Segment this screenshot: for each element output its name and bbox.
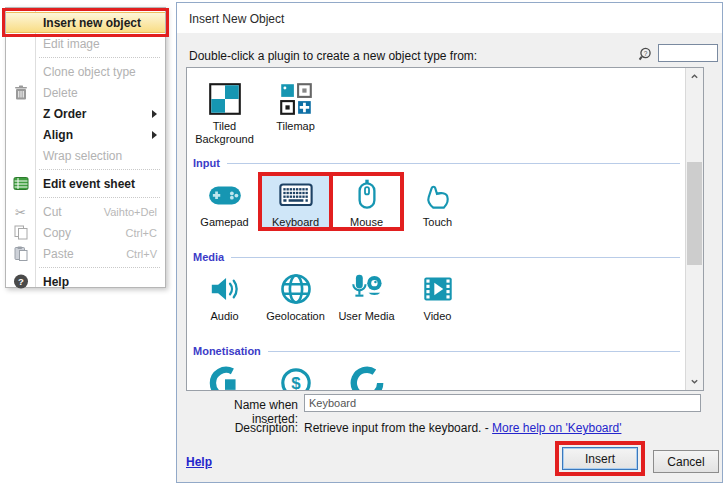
plugin-tile-label: User Media: [338, 310, 394, 323]
video-icon: [419, 270, 457, 308]
plugin-tile-tilemap[interactable]: Tilemap: [260, 78, 331, 133]
copy-icon: [12, 224, 29, 241]
geolocation-icon: [277, 270, 315, 308]
scroll-down-icon[interactable]: [686, 373, 702, 390]
menu-item-label: Copy: [43, 226, 71, 240]
help-link[interactable]: Help: [186, 455, 212, 469]
description-text: Retrieve input from the keyboard. -: [304, 421, 489, 435]
category-divider: [231, 257, 680, 258]
trash-icon: [12, 84, 29, 101]
plugin-tile-geolocation[interactable]: Geolocation: [260, 268, 331, 323]
description-line: Retrieve input from the keyboard. - More…: [304, 421, 621, 435]
plugin-tile-revmob[interactable]: [331, 362, 402, 390]
menu-item-paste: PasteCtrl+V: [6, 243, 165, 264]
list-scrollbar[interactable]: [685, 68, 703, 390]
search-input[interactable]: [658, 44, 718, 62]
plugin-tile-label: Video: [424, 310, 452, 323]
plugin-tile-label: Mouse: [350, 216, 383, 229]
category-label: Input: [193, 157, 220, 169]
category-header-input: Input: [193, 156, 680, 170]
cut-icon: ✂: [12, 203, 29, 220]
event-sheet-icon: [12, 175, 29, 192]
submenu-arrow-icon: [152, 110, 157, 118]
menu-item-label: Help: [43, 275, 69, 289]
cancel-button[interactable]: Cancel: [653, 450, 719, 473]
menu-separator: [39, 169, 160, 170]
category-label: Monetisation: [193, 345, 261, 357]
plugin-tile-mouse[interactable]: Mouse: [331, 174, 402, 229]
scrollbar-thumb[interactable]: [687, 162, 702, 265]
menu-separator: [39, 267, 160, 268]
insert-new-object-dialog: Insert New Object Double-click a plugin …: [176, 2, 723, 483]
plugin-tile-label: Tilemap: [276, 120, 315, 133]
plugin-tile-tiled-background[interactable]: Tiled Background: [189, 78, 260, 146]
menu-item-label: Z Order: [43, 107, 86, 121]
tilemap-icon: [277, 80, 315, 118]
plugin-row: Tiled BackgroundTilemap: [189, 78, 686, 146]
menu-item-label: Cut: [43, 205, 62, 219]
svg-text:$: $: [291, 374, 301, 390]
menu-item-z-order[interactable]: Z Order: [6, 103, 165, 124]
plugin-tile-keyboard[interactable]: Keyboard: [260, 174, 331, 229]
menu-item-copy: CopyCtrl+C: [6, 222, 165, 243]
plugin-tile-label: Audio: [210, 310, 238, 323]
menu-item-help[interactable]: ?Help: [6, 271, 165, 292]
plugin-tile-touch[interactable]: Touch: [402, 174, 473, 229]
menu-item-label: Edit image: [43, 37, 100, 51]
menu-separator: [39, 57, 160, 58]
category-label: Media: [193, 251, 224, 263]
category-divider: [227, 163, 680, 164]
menu-item-shortcut: Vaihto+Del: [104, 206, 157, 218]
dialog-title: Insert New Object: [177, 3, 722, 33]
audio-icon: [206, 270, 244, 308]
menu-item-insert-new-object[interactable]: Insert new object: [6, 12, 165, 33]
description-label: Description:: [186, 421, 298, 435]
plugin-list: Tiled BackgroundTilemapInputGamepadKeybo…: [187, 68, 686, 390]
plugin-tile-user-media[interactable]: User Media: [331, 268, 402, 323]
menu-item-clone-object-type: Clone object type: [6, 61, 165, 82]
menu-item-delete: Delete: [6, 82, 165, 103]
admob-icon: [206, 364, 244, 390]
keyboard-icon: [277, 176, 315, 214]
context-menu: Insert new objectEdit imageClone object …: [5, 7, 166, 288]
svg-text:?: ?: [18, 276, 24, 287]
plugin-tile-audio[interactable]: Audio: [189, 268, 260, 323]
more-help-link[interactable]: More help on 'Keyboard': [492, 421, 621, 435]
menu-item-label: Edit event sheet: [43, 177, 135, 191]
plugin-tile-iap[interactable]: $: [260, 362, 331, 390]
plugin-tile-admob[interactable]: [189, 362, 260, 390]
menu-item-label: Paste: [43, 247, 74, 261]
menu-item-cut: ✂CutVaihto+Del: [6, 201, 165, 222]
plugin-tile-label: Keyboard: [272, 216, 319, 229]
menu-item-label: Clone object type: [43, 65, 136, 79]
plugin-listbox: Tiled BackgroundTilemapInputGamepadKeybo…: [186, 67, 704, 391]
menu-item-label: Delete: [43, 86, 78, 100]
plugin-row: AudioGeolocationUser MediaVideo: [189, 268, 686, 334]
plugin-tile-label: Geolocation: [266, 310, 325, 323]
menu-item-label: Insert new object: [43, 16, 141, 30]
mouse-icon: [348, 176, 386, 214]
search-icon: ?: [638, 46, 656, 64]
plugin-prompt-text: Double-click a plugin to create a new ob…: [189, 49, 477, 63]
menu-separator: [39, 197, 160, 198]
submenu-arrow-icon: [152, 131, 157, 139]
name-when-inserted-input[interactable]: [304, 394, 701, 412]
insert-button[interactable]: Insert: [562, 447, 638, 470]
plugin-row: $: [189, 362, 686, 390]
paste-icon: [12, 245, 29, 262]
menu-item-align[interactable]: Align: [6, 124, 165, 145]
gamepad-icon: [206, 176, 244, 214]
revmob-icon: [348, 364, 386, 390]
scroll-up-icon[interactable]: [686, 68, 702, 85]
plugin-tile-gamepad[interactable]: Gamepad: [189, 174, 260, 229]
plugin-tile-video[interactable]: Video: [402, 268, 473, 323]
annotation-box-insert: Insert: [555, 441, 645, 476]
plugin-tile-label: Touch: [423, 216, 452, 229]
iap-icon: $: [277, 364, 315, 390]
menu-item-label: Wrap selection: [43, 149, 122, 163]
plugin-tile-label: Tiled Background: [189, 120, 260, 146]
plugin-row: GamepadKeyboardMouseTouch: [189, 174, 686, 240]
menu-item-edit-event-sheet[interactable]: Edit event sheet: [6, 173, 165, 194]
menu-item-shortcut: Ctrl+C: [126, 227, 157, 239]
category-divider: [268, 351, 680, 352]
